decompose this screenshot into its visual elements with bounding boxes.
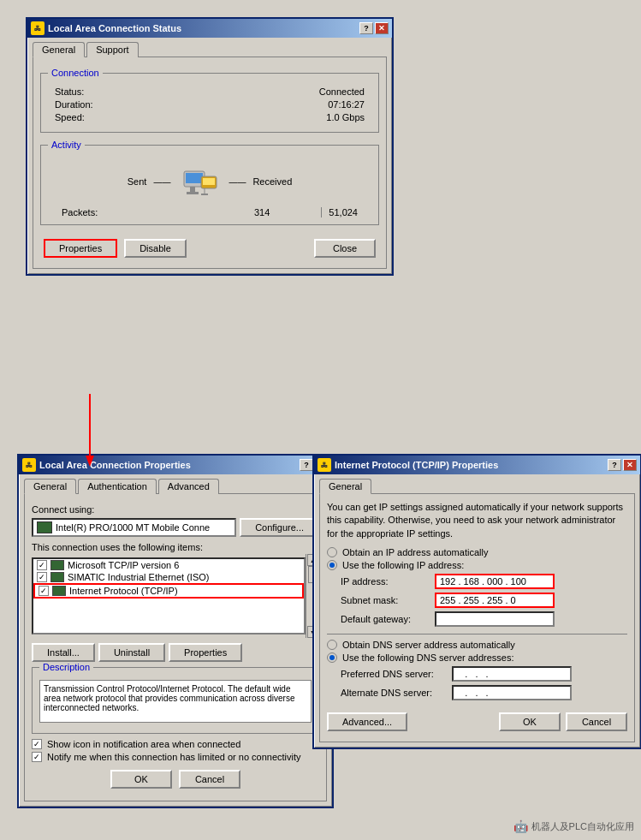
- svg-rect-5: [203, 178, 215, 185]
- props-cancel-button[interactable]: Cancel: [179, 770, 240, 789]
- subnet-mask-label: Subnet mask:: [341, 595, 435, 605]
- speed-label: Speed:: [55, 112, 85, 122]
- configure-button[interactable]: Configure...: [240, 518, 319, 537]
- use-following-radio[interactable]: [327, 560, 337, 570]
- svg-rect-1: [186, 173, 203, 183]
- obtain-auto-option[interactable]: Obtain an IP address automatically: [327, 547, 627, 557]
- connect-field-value: Intel(R) PRO/1000 MT Mobile Conne: [56, 522, 210, 533]
- use-dns-radio[interactable]: [327, 652, 337, 663]
- alternate-dns-input[interactable]: [452, 685, 572, 700]
- list-item-simatic: ✓ SIMATIC Industrial Ethernet (ISO): [33, 571, 304, 583]
- status-row-duration: Duration: 07:16:27: [48, 99, 371, 110]
- checkbox-tcpipv6[interactable]: ✓: [37, 560, 47, 570]
- info-text: You can get IP settings assigned automat…: [327, 501, 627, 540]
- props-help-button[interactable]: ?: [300, 459, 313, 471]
- props-title-bar: 🖧 Local Area Connection Properties ? ✕: [19, 456, 332, 474]
- tcpip-tab-content: You can get IP settings assigned automat…: [319, 493, 635, 742]
- use-dns-option[interactable]: Use the following DNS server addresses:: [327, 652, 627, 663]
- tcpip-close-button[interactable]: ✕: [623, 459, 637, 471]
- properties-button[interactable]: Properties: [44, 239, 117, 258]
- props-button-row: OK Cancel: [32, 765, 319, 794]
- ip-address-row: IP address:: [341, 574, 627, 589]
- preferred-dns-row: Preferred DNS server:: [341, 666, 627, 682]
- network-icon: [177, 164, 222, 199]
- props-tab-advanced[interactable]: Advanced: [158, 479, 219, 494]
- tcpip-ok-cancel: OK Cancel: [499, 712, 627, 731]
- alternate-dns-row: Alternate DNS server:: [341, 685, 627, 700]
- disable-button[interactable]: Disable: [124, 239, 187, 258]
- received-packets: 51,024: [321, 207, 358, 217]
- obtain-auto-radio[interactable]: [327, 547, 337, 557]
- watermark: 🤖 机器人及PLC自动化应用: [513, 819, 634, 833]
- description-box: Transmission Control Protocol/Internet P…: [39, 680, 312, 723]
- uninstall-button[interactable]: Uninstall: [98, 643, 165, 662]
- gateway-input[interactable]: [435, 611, 555, 627]
- items-container: ✓ Microsoft TCP/IP version 6 ✓ SIMATIC I…: [32, 554, 319, 638]
- status-label: Status:: [55, 86, 84, 97]
- props-tab-auth[interactable]: Authentication: [78, 479, 157, 494]
- duration-value: 07:16:27: [328, 99, 365, 110]
- packet-counts: 314 51,024: [254, 207, 358, 217]
- item-properties-button[interactable]: Properties: [169, 643, 242, 662]
- item-label-tcpip: Internet Protocol (TCP/IP): [69, 586, 178, 596]
- item-icon-tcpipv6: [50, 560, 64, 570]
- install-button[interactable]: Install...: [32, 643, 95, 662]
- items-label: This connection uses the following items…: [32, 542, 319, 552]
- tcpip-ok-button[interactable]: OK: [499, 712, 561, 731]
- status-window-icon: 🖧: [31, 21, 45, 35]
- obtain-dns-option[interactable]: Obtain DNS server address automatically: [327, 640, 627, 650]
- packets-row: Packets: 314 51,024: [48, 207, 371, 217]
- props-ok-button[interactable]: OK: [110, 770, 172, 789]
- obtain-dns-radio[interactable]: [327, 640, 337, 650]
- connection-group: Connection Status: Connected Duration: 0…: [40, 73, 379, 133]
- sent-label: Sent: [128, 176, 147, 187]
- status-button-row: Properties Disable Close: [40, 232, 379, 261]
- items-listbox[interactable]: ✓ Microsoft TCP/IP version 6 ✓ SIMATIC I…: [32, 557, 306, 634]
- checkbox-tcpip[interactable]: ✓: [39, 586, 49, 596]
- show-icon-checkbox[interactable]: ✓: [32, 739, 42, 749]
- notify-checkbox[interactable]: ✓: [32, 752, 42, 762]
- use-following-label: Use the following IP address:: [342, 560, 464, 570]
- status-tab-strip: General Support: [27, 38, 392, 57]
- props-window: 🖧 Local Area Connection Properties ? ✕ G…: [17, 454, 334, 808]
- activity-icons: Sent —— —— Received: [48, 164, 371, 199]
- close-dialog-button[interactable]: Close: [314, 239, 376, 258]
- tab-general[interactable]: General: [33, 42, 85, 57]
- connect-using-label: Connect using:: [32, 504, 319, 515]
- tcpip-tab-general[interactable]: General: [319, 479, 371, 494]
- status-window-controls: ? ✕: [359, 22, 389, 34]
- show-icon-row: ✓ Show icon in notification area when co…: [32, 739, 319, 749]
- svg-rect-2: [190, 187, 195, 192]
- tcpip-window-icon: 🖧: [318, 458, 331, 472]
- tcpip-button-row: Advanced... OK Cancel: [327, 709, 627, 735]
- tcpip-tab-strip: General: [314, 474, 640, 493]
- connect-field: Intel(R) PRO/1000 MT Mobile Conne: [32, 518, 236, 537]
- svg-rect-3: [187, 192, 199, 194]
- list-item-tcpip: ✓ Internet Protocol (TCP/IP): [33, 583, 304, 599]
- tcpip-window-title: Internet Protocol (TCP/IP) Properties: [335, 460, 604, 470]
- subnet-mask-row: Subnet mask:: [341, 593, 627, 608]
- subnet-mask-input[interactable]: [435, 593, 555, 608]
- preferred-dns-input[interactable]: [452, 666, 572, 682]
- list-item-tcpipv6: ✓ Microsoft TCP/IP version 6: [33, 559, 304, 571]
- tab-support[interactable]: Support: [86, 42, 139, 57]
- props-tab-general[interactable]: General: [24, 479, 76, 494]
- item-icon-simatic: [50, 572, 64, 582]
- show-icon-label: Show icon in notification area when conn…: [47, 739, 240, 749]
- ip-address-input[interactable]: [435, 574, 555, 589]
- close-button[interactable]: ✕: [375, 22, 389, 34]
- status-title-bar: 🖧 Local Area Connection Status ? ✕: [27, 19, 392, 38]
- preferred-dns-label: Preferred DNS server:: [341, 669, 452, 679]
- checkbox-simatic[interactable]: ✓: [37, 572, 47, 582]
- use-following-option[interactable]: Use the following IP address:: [327, 560, 627, 570]
- obtain-dns-label: Obtain DNS server address automatically: [342, 640, 515, 650]
- tcpip-window: 🖧 Internet Protocol (TCP/IP) Properties …: [312, 454, 641, 749]
- help-button[interactable]: ?: [359, 22, 373, 34]
- props-window-title: Local Area Connection Properties: [39, 460, 296, 470]
- activity-group: Activity Sent —— —— Received: [40, 145, 379, 225]
- tcpip-help-button[interactable]: ?: [608, 459, 621, 471]
- advanced-button[interactable]: Advanced...: [327, 712, 407, 731]
- tcpip-cancel-button[interactable]: Cancel: [566, 712, 627, 731]
- gateway-label: Default gateway:: [341, 614, 435, 624]
- adapter-icon: [37, 521, 52, 533]
